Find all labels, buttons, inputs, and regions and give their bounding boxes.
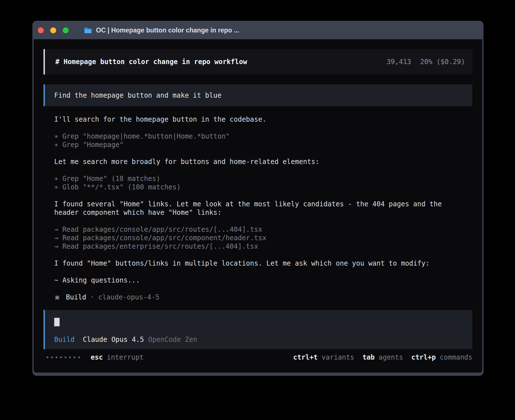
desktop-background: OC | Homepage button color change in rep… xyxy=(0,0,515,420)
tab-key-hint: tab xyxy=(363,353,375,362)
tool-call-grep: ∗ Grep "homepage|home.*button|Home.*butt… xyxy=(54,132,472,141)
window-title: OC | Homepage button color change in rep… xyxy=(96,27,239,34)
provider-label: OpenCode Zen xyxy=(148,335,197,344)
session-stats: 39,413 20% ($0.29) xyxy=(387,58,465,66)
asking-questions-status: ~ Asking questions... xyxy=(54,276,472,285)
interrupt-hint-label: interrupt xyxy=(107,353,143,362)
context-usage: 20% ($0.29) xyxy=(420,58,465,66)
zoom-button[interactable] xyxy=(63,27,69,33)
agent-mode-label: Build xyxy=(54,335,75,344)
status-right: ctrl+t variants tab agents ctrl+p comman… xyxy=(293,353,472,362)
token-count: 39,413 xyxy=(387,58,411,66)
prompt-input[interactable]: Build Claude Opus 4.5 OpenCode Zen xyxy=(43,310,472,349)
tool-call-glob: ∗ Glob "**/*.tsx" (100 matches) xyxy=(54,183,472,191)
terminal-content: # Homepage button color change in repo w… xyxy=(34,39,482,373)
variants-hint: ctrl+t variants xyxy=(293,353,354,362)
tool-call-group: ∗ Grep "homepage|home.*button|Home.*butt… xyxy=(54,132,472,149)
assistant-paragraph: I'll search for the homepage button in t… xyxy=(54,115,455,124)
variants-hint-label: variants xyxy=(322,353,354,362)
window-controls xyxy=(38,27,75,33)
agent-name: Build xyxy=(66,293,86,301)
assistant-paragraph: I found several "Home" links. Let me loo… xyxy=(54,200,455,217)
session-title: # Homepage button color change in repo w… xyxy=(55,58,247,66)
esc-key-hint: esc xyxy=(91,353,103,362)
folder-icon xyxy=(84,27,92,33)
window-titlebar[interactable]: OC | Homepage button color change in rep… xyxy=(33,21,483,39)
status-left: esc interrupt xyxy=(43,353,143,362)
tool-call-read: → Read packages/console/app/src/componen… xyxy=(54,234,472,242)
terminal-window: OC | Homepage button color change in rep… xyxy=(32,21,483,376)
input-meta-row: Build Claude Opus 4.5 OpenCode Zen xyxy=(54,335,472,344)
close-button[interactable] xyxy=(38,27,44,33)
user-message-text: Find the homepage button and make it blu… xyxy=(54,91,221,100)
agent-badge: ▣ Build · claude-opus-4-5 xyxy=(54,293,472,301)
tool-call-grep: ∗ Grep "Homepage" xyxy=(54,141,472,149)
conversation: I'll search for the homepage button in t… xyxy=(54,115,472,301)
agents-hint-label: agents xyxy=(379,353,403,362)
agent-icon: ▣ xyxy=(55,293,59,301)
agents-hint: tab agents xyxy=(363,353,403,362)
agent-model: claude-opus-4-5 xyxy=(98,293,160,301)
user-message: Find the homepage button and make it blu… xyxy=(43,84,472,106)
status-bar: esc interrupt ctrl+t variants tab agents… xyxy=(43,353,472,362)
assistant-paragraph: Let me search more broadly for buttons a… xyxy=(54,158,455,166)
minimize-button[interactable] xyxy=(50,27,56,33)
tool-call-read: → Read packages/console/app/src/routes/[… xyxy=(54,225,472,234)
ctrl-p-key-hint: ctrl+p xyxy=(411,353,436,362)
model-label: Claude Opus 4.5 xyxy=(83,335,144,344)
assistant-paragraph: I found "Home" buttons/links in multiple… xyxy=(54,259,455,268)
text-cursor xyxy=(54,318,60,326)
spinner-dots-icon xyxy=(47,356,80,358)
commands-hint-label: commands xyxy=(440,353,472,362)
session-header: # Homepage button color change in repo w… xyxy=(43,49,472,75)
tool-call-group: ∗ Grep "Home" (18 matches) ∗ Glob "**/*.… xyxy=(54,174,472,191)
agent-separator: · xyxy=(90,293,94,301)
ctrl-t-key-hint: ctrl+t xyxy=(293,353,318,362)
commands-hint: ctrl+p commands xyxy=(411,353,472,362)
tool-call-grep: ∗ Grep "Home" (18 matches) xyxy=(54,174,472,183)
tool-call-group: → Read packages/console/app/src/routes/[… xyxy=(54,225,472,251)
tool-call-read: → Read packages/enterprise/src/routes/[.… xyxy=(54,242,472,251)
